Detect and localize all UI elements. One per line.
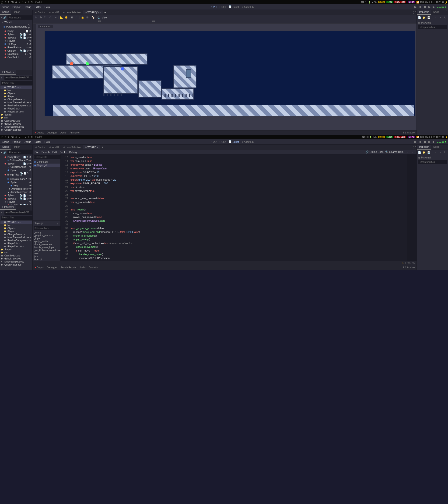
fs-item[interactable]: ♪MusicSample2.ogg <box>0 125 32 128</box>
node-toggles[interactable]: 📡 📄 ⟳ 👁 <box>20 172 32 177</box>
menu-scene[interactable]: Scene <box>2 6 9 8</box>
forward-icon[interactable]: › <box>3 76 4 80</box>
tree-node[interactable]: ▦TileMap⟳ 👁 <box>0 42 32 46</box>
fs-item[interactable]: ▦MainThemeMusic.tscn <box>0 101 32 104</box>
back-icon[interactable]: ‹ <box>434 16 438 19</box>
mode-2d[interactable]: ↗2D <box>211 140 216 143</box>
debugger-tab[interactable]: Debugger <box>47 131 57 134</box>
node-toggles[interactable]: ⟳ 👁 <box>28 24 32 29</box>
mode-2d[interactable]: ↗2D <box>211 5 216 8</box>
animation-tab[interactable]: Animation <box>89 266 99 269</box>
mode-script[interactable]: 📄Script <box>228 5 239 8</box>
bone-icon[interactable]: 🦴 <box>91 16 95 19</box>
tab-inspector[interactable]: Inspector <box>417 145 431 150</box>
script-item-player[interactable]: ◉Player.gd <box>33 163 60 167</box>
method-item[interactable]: dead <box>33 252 60 255</box>
sort-icon[interactable]: ↕ <box>446 156 447 159</box>
menu-help[interactable]: Help <box>45 6 50 8</box>
inspector-file[interactable]: ◉ Player.gd ↕ <box>418 156 447 159</box>
view-menu[interactable]: View <box>102 16 107 19</box>
inspector-file[interactable]: ◉ Player.gd ↕ <box>418 21 447 24</box>
node-toggles[interactable]: 📡 📄 ⟳ 👁 <box>20 36 32 39</box>
fs-item[interactable]: 📁src <box>0 116 32 119</box>
load-icon[interactable]: 📁 <box>422 150 426 154</box>
fs-item[interactable]: 📁Objects <box>0 227 32 230</box>
method-item[interactable]: _physics_process <box>33 234 60 237</box>
tab-import[interactable]: Import <box>11 10 22 15</box>
animation-tab[interactable]: Animation <box>70 131 80 134</box>
tree-node[interactable]: ◉PressPlatform⟳ 👁 <box>0 46 32 49</box>
fs-item[interactable]: ▦WORLD.tscn <box>0 221 32 224</box>
group-icon[interactable]: ⊡ <box>85 16 89 19</box>
tree-node[interactable]: ◉Spikes📡 📄 ⟳ 👁 <box>0 194 32 197</box>
dock-menu-icon[interactable]: ⋮ <box>446 10 448 15</box>
method-item[interactable]: jump <box>33 255 60 258</box>
audio-tab[interactable]: Audio <box>60 131 67 134</box>
fs-item[interactable]: ▦MainThemeMusic.tscn <box>0 236 32 239</box>
fs-item[interactable]: ▦Player1.tscn <box>0 242 32 245</box>
audio-tab[interactable]: Audio <box>80 266 86 269</box>
node-toggles[interactable]: 👁 <box>29 166 32 168</box>
fs-item[interactable]: ▦ParallaxBackground.ts <box>0 239 32 242</box>
new-icon[interactable]: 📄 <box>418 150 421 154</box>
node-toggles[interactable]: 📡 📄 ⟳ 👁 <box>20 198 32 200</box>
node-toggles[interactable]: 👁 <box>29 56 32 59</box>
script-menu-goto[interactable]: Go To <box>60 151 67 154</box>
tree-node[interactable]: ▶AnimationPlayer👁 <box>0 187 32 190</box>
node-toggles[interactable]: ⟳ ▾ 👁 <box>25 53 32 55</box>
anchor-icon[interactable]: ⚓ <box>97 16 101 19</box>
fs-item[interactable]: 📁Player <box>0 230 32 233</box>
dock-menu-icon[interactable]: ⋮ <box>30 10 33 15</box>
node-toggles[interactable]: 👁 <box>29 188 32 190</box>
zoom-indicator[interactable]: − 168.2 % + <box>38 25 53 28</box>
script-item-control[interactable]: ◉Control.gd <box>33 160 60 163</box>
scene-tab-levelselection[interactable]: LevelSelection <box>62 145 83 149</box>
close-icon[interactable]: × <box>100 11 101 14</box>
node-toggles[interactable]: 👁 <box>29 169 32 172</box>
renderer-label[interactable]: GLES3 ▾ <box>437 141 446 143</box>
add-node-icon[interactable]: + <box>1 16 2 19</box>
method-item[interactable]: handle_move_input <box>33 246 60 249</box>
tree-node[interactable]: ◉BridgeBody📄 ⟳ 👁 <box>0 155 32 159</box>
node-toggles[interactable]: 📄 ⟳ 👁 <box>23 156 32 159</box>
fs-item[interactable]: ◉default_env.tres <box>0 122 32 125</box>
nav-forward-icon[interactable]: › <box>411 150 415 154</box>
tree-node[interactable]: □CollisionShape2D👁 <box>0 159 32 162</box>
pause-button[interactable]: ⏸ <box>419 140 422 144</box>
node-toggles[interactable]: 👁 <box>29 178 32 180</box>
filter-properties-input[interactable] <box>418 25 447 29</box>
filter-methods-input[interactable] <box>34 226 65 230</box>
snap-icon[interactable]: ⊞ <box>70 16 74 19</box>
tab-scene[interactable]: Scene <box>0 145 11 150</box>
history-icon[interactable]: ↻ <box>443 16 447 19</box>
stop-button[interactable]: ⏹ <box>424 5 427 9</box>
snap-options-icon[interactable]: ⋮ <box>75 16 79 19</box>
fs-item[interactable]: 📁Menu <box>0 224 32 227</box>
renderer-label[interactable]: GLES3 ▾ <box>437 6 446 8</box>
output-tab[interactable]: Output <box>35 266 44 269</box>
scale-icon[interactable]: ⤢ <box>48 16 52 19</box>
mode-3d[interactable]: ⬚3D <box>219 140 226 143</box>
game-canvas[interactable] <box>45 31 415 116</box>
play-button[interactable]: ▶ <box>414 5 417 9</box>
play-scene-button[interactable]: ▶ <box>429 5 431 9</box>
script-menu-file[interactable]: File <box>35 151 39 154</box>
node-toggles[interactable]: 📡 📄 ⟳ 👁 <box>20 50 32 52</box>
back-icon[interactable]: ‹ <box>434 150 438 154</box>
fs-item[interactable]: ◉QuickPlayer.tres <box>0 128 32 131</box>
ruler-icon[interactable]: 📐 <box>60 16 63 19</box>
play-custom-button[interactable]: ▶ <box>433 140 435 144</box>
script-menu-edit[interactable]: Edit <box>53 151 57 154</box>
pause-button[interactable]: ⏸ <box>419 5 422 9</box>
scene-tab-world[interactable]: WORLD× <box>83 145 100 149</box>
node-toggles[interactable]: 📡 📄 ⟳ 👁 <box>20 33 32 36</box>
scene-tab-control[interactable]: Control <box>34 11 47 15</box>
fs-item[interactable]: ▦Player1.tscn <box>0 107 32 110</box>
fs-item[interactable]: ▦PlayerCam.tscn <box>0 110 32 113</box>
sort-icon[interactable]: ↕ <box>56 221 59 225</box>
tab-scene[interactable]: Scene <box>0 10 11 15</box>
close-icon[interactable]: × <box>97 146 98 149</box>
dock-menu-icon[interactable]: ⋮ <box>30 205 33 210</box>
menu-debug[interactable]: Debug <box>24 141 31 143</box>
script-menu-debug[interactable]: Debug <box>69 151 77 154</box>
